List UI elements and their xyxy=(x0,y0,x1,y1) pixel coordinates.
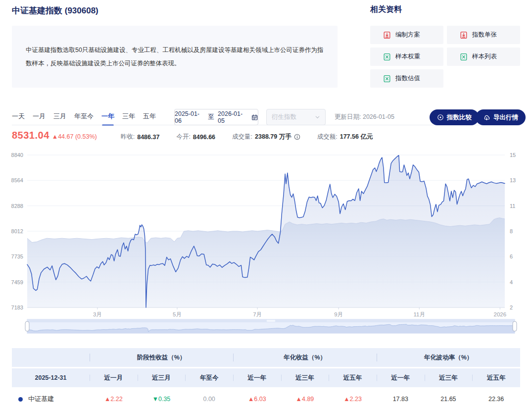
last-price: 8531.04 xyxy=(12,130,49,141)
index-name-label: 中证基建 xyxy=(28,395,54,403)
table-column-header-2: 近三月 xyxy=(138,368,186,387)
derived-index-select[interactable]: 衍生指数 xyxy=(266,109,326,125)
tab-range-4[interactable]: 年至今 xyxy=(74,110,94,125)
tab-range-1[interactable]: 一天 xyxy=(12,110,25,125)
resource-button-3[interactable]: 样本权重 xyxy=(370,48,443,66)
chevron-down-icon xyxy=(315,114,320,120)
table-column-header-9: 近五年 xyxy=(472,368,520,387)
table-header-row: 2025-12-31近一月近三月年至今近一年近三年近五年近一年近三年近五年 xyxy=(12,368,520,387)
x-axis-label: 11月 xyxy=(414,311,425,317)
chart-navigator[interactable] xyxy=(25,319,517,333)
quote-stat-4: 成交额:177.56 亿元 xyxy=(317,133,373,141)
index-name-cell: 中证基建 xyxy=(12,389,90,408)
resource-button-1[interactable]: 编制方案 xyxy=(370,26,443,44)
resource-button-2[interactable]: 指数单张 xyxy=(447,26,520,44)
update-date-text: 更新日期: 2026-01-05 xyxy=(335,113,394,121)
table-group-header-2: 年化收益（%） xyxy=(233,348,377,367)
related-resources-title: 相关资料 xyxy=(370,4,402,15)
legend-dot-icon xyxy=(18,397,23,402)
cloud-download-icon xyxy=(483,114,490,121)
tab-range-2[interactable]: 一月 xyxy=(33,110,46,125)
table-value-cell-7: 17.83 xyxy=(377,389,425,408)
resource-button-label: 样本权重 xyxy=(395,52,420,61)
related-resources-list: 编制方案指数单张样本权重样本列表指数估值 xyxy=(370,26,520,88)
x-axis-label: 9月 xyxy=(334,311,343,317)
x-axis-label: 5月 xyxy=(173,311,182,317)
quote-stat-1: 昨收:8486.37 xyxy=(121,133,160,141)
table-value-cell-5: ▲4.89 xyxy=(281,389,329,408)
table-column-header-3: 年至今 xyxy=(185,368,233,387)
quote-summary: 8531.04 ▲44.67 (0.53%) 昨收:8486.37今开:8496… xyxy=(12,130,373,141)
table-row: 中证基建▲2.22▼0.350.00▲6.03▲4.89▲2.2317.8321… xyxy=(12,389,520,408)
resource-button-label: 编制方案 xyxy=(395,31,420,39)
table-corner-cell xyxy=(12,348,90,367)
performance-table: 阶段性收益（%）年化收益（%）年化波动率（%）2025-12-31近一月近三月年… xyxy=(12,347,520,408)
stat-label: 成交量: xyxy=(232,133,252,141)
table-group-header-row: 阶段性收益（%）年化收益（%）年化波动率（%） xyxy=(12,348,520,367)
navigator-handle-right[interactable] xyxy=(513,321,517,331)
resource-button-4[interactable]: 样本列表 xyxy=(447,48,520,66)
pdf-file-icon xyxy=(460,31,468,39)
y-axis-left-label: 8288 xyxy=(11,203,23,209)
date-range-picker[interactable]: 2025-01-06 至 2026-01-05 xyxy=(174,109,258,125)
table-column-header-8: 近三年 xyxy=(425,368,473,387)
table-column-header-6: 近五年 xyxy=(329,368,377,387)
tab-range-3[interactable]: 三月 xyxy=(53,110,66,125)
excel-file-icon xyxy=(383,53,391,61)
export-quotes-button[interactable]: 导出行情 xyxy=(476,109,526,125)
derived-index-placeholder: 衍生指数 xyxy=(272,113,296,121)
tab-range-6[interactable]: 三年 xyxy=(122,110,135,125)
excel-file-icon xyxy=(460,53,468,61)
index-description-card: 中证基建指数选取50只基础设施建设、专业工程、工程机械以及房屋建设等基建相关领域… xyxy=(12,26,338,88)
y-axis-right-label: 6 xyxy=(510,254,513,259)
table-value-cell-4: ▲6.03 xyxy=(233,389,281,408)
stat-label: 昨收: xyxy=(121,133,135,141)
y-axis-left-label: 8012 xyxy=(11,228,23,234)
date-separator: 至 xyxy=(208,113,215,121)
y-axis-left-label: 7459 xyxy=(11,279,23,285)
navigator-handle-left[interactable] xyxy=(25,321,29,331)
y-axis-right-label: 2 xyxy=(510,305,513,310)
x-axis-label: 2026 xyxy=(494,311,507,317)
tab-range-7[interactable]: 五年 xyxy=(143,110,156,125)
y-axis-left-label: 7735 xyxy=(11,254,23,259)
resource-button-label: 样本列表 xyxy=(472,52,497,61)
price-change: ▲44.67 (0.53%) xyxy=(52,133,97,140)
navigator-grip[interactable] xyxy=(267,320,276,322)
y-axis-right-label: 4 xyxy=(510,279,513,285)
stat-value: 8486.37 xyxy=(137,134,159,141)
table-value-cell-9: 22.36 xyxy=(472,389,520,408)
stat-value: 2388.79 万手 xyxy=(255,133,291,141)
date-to: 2026-01-05 xyxy=(218,110,248,124)
tab-range-5[interactable]: 一年 xyxy=(101,110,114,125)
index-compare-button[interactable]: 指数比较 xyxy=(430,109,479,125)
table-group-header-3: 年化波动率（%） xyxy=(377,348,520,367)
table-group-header-1: 阶段性收益（%） xyxy=(90,348,233,367)
table-value-cell-8: 21.65 xyxy=(425,389,473,408)
table-value-cell-3: 0.00 xyxy=(185,389,233,408)
y-axis-left-label: 8840 xyxy=(11,152,23,158)
stat-value: 177.56 亿元 xyxy=(340,133,373,141)
date-from: 2025-01-06 xyxy=(175,110,205,124)
index-description-text: 中证基建指数选取50只基础设施建设、专业工程、工程机械以及房屋建设等基建相关领域… xyxy=(26,44,324,70)
quote-stats: 昨收:8486.37今开:8496.66成交量:2388.79 万手成交额:17… xyxy=(121,133,373,141)
table-value-cell-2: ▼0.35 xyxy=(138,389,186,408)
y-axis-right-label: 13 xyxy=(510,177,516,183)
export-quotes-label: 导出行情 xyxy=(493,113,518,122)
y-axis-right-label: 8 xyxy=(510,228,513,234)
table-column-header-4: 近一年 xyxy=(233,368,281,387)
time-range-tabs: 一天一月三月年至今一年三年五年 xyxy=(12,110,156,125)
quote-stat-3: 成交量:2388.79 万手 xyxy=(232,133,300,141)
circle-target-icon xyxy=(437,114,444,121)
index-compare-label: 指数比较 xyxy=(447,113,472,122)
table-column-header-7: 近一年 xyxy=(377,368,425,387)
info-icon[interactable] xyxy=(294,134,300,140)
index-detail-page: 中证基建指数 (930608) 相关资料 中证基建指数选取50只基础设施建设、专… xyxy=(0,0,532,408)
price-chart[interactable]: 884015856413828811801287735674594718323月… xyxy=(0,148,532,339)
page-title: 中证基建指数 (930608) xyxy=(12,5,98,16)
excel-file-icon xyxy=(383,75,391,83)
table-date-header: 2025-12-31 xyxy=(12,368,90,387)
resource-button-5[interactable]: 指数估值 xyxy=(370,69,443,88)
y-axis-left-label: 7183 xyxy=(11,305,23,310)
x-axis-label: 3月 xyxy=(93,311,102,317)
